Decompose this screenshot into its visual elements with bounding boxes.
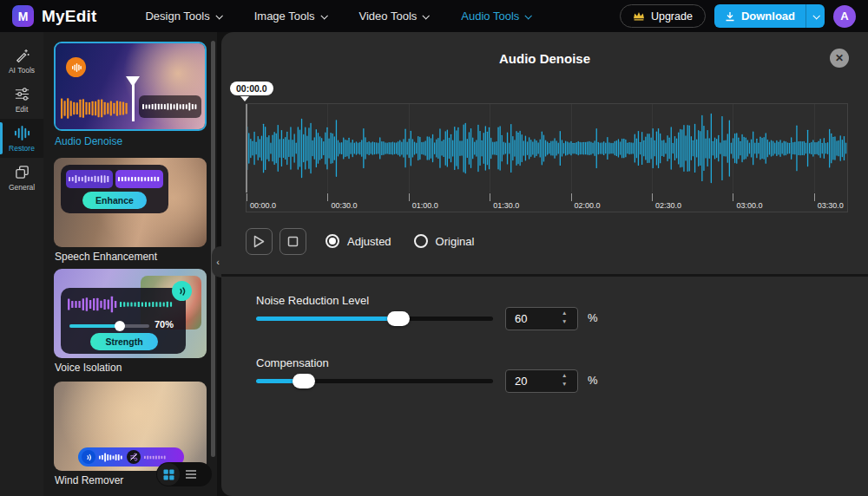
strength-percent: 70% — [155, 319, 174, 330]
myedit-logo-icon[interactable]: M — [12, 5, 34, 27]
card-audio-denoise[interactable] — [54, 42, 207, 131]
step-down-icon[interactable]: ▼ — [562, 318, 567, 324]
navbar-right: Upgrade Download A — [620, 4, 856, 28]
percent-unit: % — [588, 311, 598, 324]
grid-icon — [163, 469, 174, 480]
compensation-steppers: ▲ ▼ — [562, 372, 567, 387]
noise-reduction-slider-thumb[interactable] — [387, 311, 410, 326]
nav-menus: Design Tools Image Tools Video Tools Aud… — [145, 10, 530, 23]
magic-pen-icon — [14, 47, 30, 63]
noise-reduction-steppers: ▲ ▼ — [562, 310, 567, 324]
collapse-panel-button[interactable]: ‹ — [212, 246, 224, 277]
download-split-button: Download — [714, 4, 825, 28]
wind-off-icon — [127, 450, 141, 464]
list-icon — [185, 469, 197, 480]
user-avatar[interactable]: A — [833, 5, 856, 28]
waveform-icon — [14, 125, 30, 141]
editor-title: Audio Denoise — [221, 51, 868, 66]
card-label-audio-denoise[interactable]: Audio Denoise — [55, 135, 122, 147]
upgrade-button[interactable]: Upgrade — [620, 4, 706, 28]
waveform-display[interactable]: 00:00.000:30.001:00.001:30.002:00.002:30… — [246, 103, 848, 212]
voice-icon — [172, 281, 192, 301]
percent-unit: % — [588, 374, 598, 387]
noise-reduction-label: Noise Reduction Level — [256, 294, 369, 307]
card-label-speech-enhancement[interactable]: Speech Enhancement — [55, 251, 157, 263]
rail-item-ai-tools[interactable]: AI Tools — [0, 41, 43, 80]
crown-icon — [633, 11, 645, 21]
noise-reduction-control: Noise Reduction Level ▲ ▼ % — [256, 294, 829, 346]
radio-unselected-icon — [414, 234, 428, 248]
list-view-button[interactable] — [180, 463, 202, 486]
step-up-icon[interactable]: ▲ — [562, 310, 567, 316]
tool-library-panel: Audio Denoise Enhance Speech Enhancement — [43, 32, 217, 496]
radio-original[interactable]: Original — [414, 234, 475, 248]
enhance-badge-panel: Enhance — [61, 165, 168, 213]
app-title[interactable]: MyEdit — [42, 7, 96, 26]
strength-pill: Strength — [90, 333, 158, 350]
app-root: M MyEdit Design Tools Image Tools Video … — [0, 0, 868, 496]
card-label-wind-remover[interactable]: Wind Remover — [55, 474, 123, 486]
sliders-icon — [14, 86, 30, 102]
rail-item-general[interactable]: General — [0, 158, 43, 197]
compensation-control: Compensation ▲ ▼ % — [256, 356, 829, 408]
rail-item-edit[interactable]: Edit — [0, 80, 43, 119]
strength-badge-panel: 70% Strength — [61, 288, 186, 354]
section-divider — [221, 274, 868, 277]
playhead-time-tooltip: 00:00.0 — [230, 82, 273, 95]
nav-audio-tools[interactable]: Audio Tools — [461, 10, 530, 23]
layers-icon — [14, 164, 30, 180]
compensation-label: Compensation — [256, 356, 329, 369]
chevron-down-icon — [320, 12, 327, 19]
nav-video-tools[interactable]: Video Tools — [359, 10, 429, 23]
chevron-down-icon — [215, 12, 222, 19]
chevron-down-icon — [525, 12, 532, 19]
tool-category-rail: AI Tools Edit Restore General — [0, 32, 43, 496]
view-toggle — [156, 462, 212, 486]
compensation-slider[interactable] — [256, 379, 493, 383]
denoise-badge-icon — [66, 57, 86, 77]
rail-item-restore[interactable]: Restore — [0, 119, 43, 158]
download-options-button[interactable] — [806, 4, 825, 28]
radio-adjusted[interactable]: Adjusted — [326, 234, 391, 248]
chevron-down-icon — [423, 12, 430, 19]
play-button[interactable] — [246, 228, 273, 255]
card-wind-remover[interactable] — [54, 382, 207, 471]
card-label-voice-isolation[interactable]: Voice Isolation — [55, 362, 122, 374]
step-up-icon[interactable]: ▲ — [562, 372, 567, 378]
radio-selected-icon — [326, 234, 339, 248]
grid-view-button[interactable] — [157, 463, 180, 486]
compensation-slider-thumb[interactable] — [293, 374, 315, 388]
microphone-stand — [132, 82, 135, 121]
close-button[interactable]: ✕ — [830, 49, 849, 68]
strength-mini-slider — [69, 324, 149, 328]
audio-waveform — [247, 107, 847, 193]
nav-image-tools[interactable]: Image Tools — [254, 10, 326, 23]
voice-icon — [82, 450, 95, 464]
noisy-waveform-graphic — [61, 90, 128, 127]
playhead-line[interactable] — [246, 104, 247, 193]
stop-button[interactable] — [279, 228, 306, 255]
download-icon — [725, 11, 735, 22]
card-voice-isolation[interactable]: 70% Strength — [54, 269, 207, 358]
clean-waveform-strip — [139, 95, 201, 118]
time-ruler: 00:00.000:30.001:00.001:30.002:00.002:30… — [247, 193, 847, 212]
download-button[interactable]: Download — [714, 4, 806, 28]
step-down-icon[interactable]: ▼ — [562, 381, 567, 387]
chevron-down-icon — [812, 12, 819, 19]
audio-denoise-editor: ‹ Audio Denoise ✕ 00:00.0 00:00.000:30.0… — [221, 32, 868, 496]
stop-icon — [287, 236, 299, 247]
noise-reduction-slider[interactable] — [256, 317, 493, 321]
top-navbar: M MyEdit Design Tools Image Tools Video … — [0, 0, 868, 32]
nav-design-tools[interactable]: Design Tools — [145, 10, 220, 23]
card-speech-enhancement[interactable]: Enhance — [54, 158, 207, 247]
enhance-pill: Enhance — [82, 192, 147, 209]
preview-mode-radios: Adjusted Original — [326, 234, 474, 248]
play-icon — [253, 235, 265, 248]
